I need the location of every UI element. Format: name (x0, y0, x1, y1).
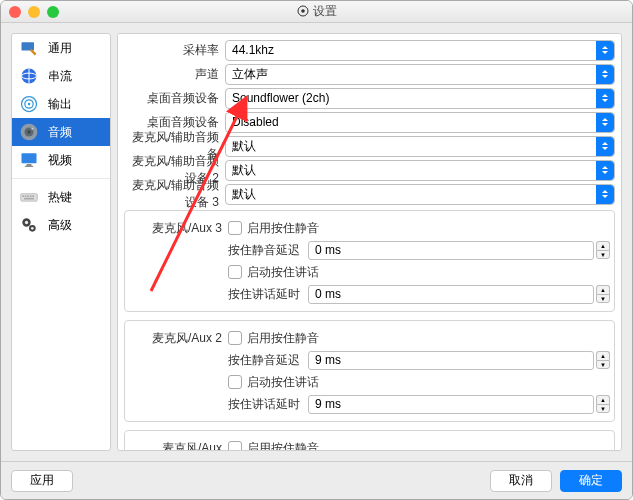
select-value: 默认 (232, 186, 256, 203)
svg-rect-12 (22, 153, 37, 163)
sidebar-item-label: 视频 (48, 152, 72, 169)
sidebar-item-1[interactable]: 串流 (12, 62, 110, 90)
sidebar-item-label: 通用 (48, 40, 72, 57)
cancel-button[interactable]: 取消 (490, 470, 552, 492)
chevron-updown-icon (596, 185, 614, 204)
chevron-updown-icon (596, 137, 614, 156)
field-label: 麦克风/辅助音频设备 3 (122, 177, 225, 211)
traffic-lights (1, 6, 59, 18)
group-1: 麦克风/Aux 2启用按住静音按住静音延迟▲▼启动按住讲话按住讲话延时▲▼ (124, 320, 615, 422)
ptm-1-checkbox[interactable] (228, 331, 242, 345)
group-2: 麦克风/Aux启用按住静音按住静音延迟▲▼启动按住讲话按住讲话延时▲▼ (124, 430, 615, 451)
ptm-0-label: 启用按住静音 (247, 220, 319, 237)
select-setting-4[interactable]: 默认 (225, 136, 615, 157)
chevron-down-icon: ▼ (596, 404, 610, 413)
sidebar-item-label: 高级 (48, 217, 72, 234)
ptt-delay-1-stepper: ▲▼ (308, 395, 610, 414)
ptt-0-label: 启动按住讲话 (247, 264, 319, 281)
ptm-delay-1-spin[interactable]: ▲▼ (596, 351, 610, 369)
ptm-delay-0-spin[interactable]: ▲▼ (596, 241, 610, 259)
ptt-delay-1-input[interactable] (308, 395, 594, 414)
svg-rect-21 (24, 198, 34, 200)
ptm-delay-0-stepper: ▲▼ (308, 241, 610, 260)
setting-2: 桌面音频设备Soundflower (2ch) (122, 86, 617, 110)
setting-0: 采样率44.1khz (122, 38, 617, 62)
svg-point-23 (25, 221, 28, 224)
setting-1: 声道立体声 (122, 62, 617, 86)
sidebar-item-6[interactable]: 高级 (12, 211, 110, 239)
svg-rect-19 (30, 195, 32, 197)
ptm-0-checkbox[interactable] (228, 221, 242, 235)
apply-button[interactable]: 应用 (11, 470, 73, 492)
ptm-delay-0-label: 按住静音延迟 (228, 242, 308, 259)
chevron-up-icon: ▲ (596, 351, 610, 360)
speaker-icon (18, 121, 40, 143)
sidebar-item-3[interactable]: 音频 (12, 118, 110, 146)
select-value: Soundflower (2ch) (232, 91, 329, 105)
group-title: 麦克风/Aux 3 (129, 220, 228, 237)
setting-6: 麦克风/辅助音频设备 3默认 (122, 182, 617, 206)
field-label: 桌面音频设备 (122, 114, 225, 131)
window-minimize-button[interactable] (28, 6, 40, 18)
chevron-down-icon: ▼ (596, 360, 610, 369)
group-0: 麦克风/Aux 3启用按住静音按住静音延迟▲▼启动按住讲话按住讲话延时▲▼ (124, 210, 615, 312)
settings-window: 设置 通用串流输出音频视频热键高级 采样率44.1khz声道立体声桌面音频设备S… (0, 0, 633, 500)
ok-button[interactable]: 确定 (560, 470, 622, 492)
svg-rect-18 (27, 195, 29, 197)
sidebar-item-2[interactable]: 输出 (12, 90, 110, 118)
chevron-up-icon: ▲ (596, 241, 610, 250)
monitor-icon (18, 149, 40, 171)
group-title: 麦克风/Aux (129, 440, 228, 452)
sidebar-item-5[interactable]: 热键 (12, 183, 110, 211)
chevron-down-icon: ▼ (596, 294, 610, 303)
select-setting-5[interactable]: 默认 (225, 160, 615, 181)
svg-point-25 (31, 227, 34, 230)
gears-icon (18, 214, 40, 236)
settings-icon (297, 5, 309, 17)
svg-point-11 (31, 128, 33, 130)
footer: 应用 取消 确定 (1, 461, 632, 499)
group-title: 麦克风/Aux 2 (129, 330, 228, 347)
chevron-updown-icon (596, 41, 614, 60)
ptt-0-checkbox[interactable] (228, 265, 242, 279)
ptt-delay-0-input[interactable] (308, 285, 594, 304)
ptm-delay-0-input[interactable] (308, 241, 594, 260)
select-setting-1[interactable]: 立体声 (225, 64, 615, 85)
window-close-button[interactable] (9, 6, 21, 18)
ptm-2-checkbox[interactable] (228, 441, 242, 451)
svg-rect-2 (22, 42, 35, 50)
ptt-delay-0-stepper: ▲▼ (308, 285, 610, 304)
sidebar-item-0[interactable]: 通用 (12, 34, 110, 62)
ptt-delay-0-spin[interactable]: ▲▼ (596, 285, 610, 303)
ptt-delay-0-label: 按住讲话延时 (228, 286, 308, 303)
sidebar-item-label: 音频 (48, 124, 72, 141)
globe-icon (18, 65, 40, 87)
select-value: Disabled (232, 115, 279, 129)
chevron-down-icon: ▼ (596, 250, 610, 259)
field-label: 桌面音频设备 (122, 90, 225, 107)
ptt-delay-1-spin[interactable]: ▲▼ (596, 395, 610, 413)
window-maximize-button[interactable] (47, 6, 59, 18)
main-panel[interactable]: 采样率44.1khz声道立体声桌面音频设备Soundflower (2ch)桌面… (117, 33, 622, 451)
keyboard-icon (18, 186, 40, 208)
ptm-1-label: 启用按住静音 (247, 330, 319, 347)
select-setting-0[interactable]: 44.1khz (225, 40, 615, 61)
chevron-updown-icon (596, 113, 614, 132)
ptt-1-label: 启动按住讲话 (247, 374, 319, 391)
select-setting-2[interactable]: Soundflower (2ch) (225, 88, 615, 109)
select-setting-3[interactable]: Disabled (225, 112, 615, 133)
svg-point-10 (27, 130, 30, 133)
svg-rect-13 (27, 164, 32, 166)
ptm-delay-1-input[interactable] (308, 351, 594, 370)
select-setting-6[interactable]: 默认 (225, 184, 615, 205)
chevron-updown-icon (596, 161, 614, 180)
chevron-up-icon: ▲ (596, 395, 610, 404)
sidebar-item-label: 热键 (48, 189, 72, 206)
window-body: 通用串流输出音频视频热键高级 采样率44.1khz声道立体声桌面音频设备Soun… (1, 23, 632, 461)
ptt-1-checkbox[interactable] (228, 375, 242, 389)
svg-point-0 (298, 6, 308, 16)
svg-rect-15 (21, 194, 38, 202)
sidebar-item-4[interactable]: 视频 (12, 146, 110, 174)
select-value: 默认 (232, 162, 256, 179)
svg-point-1 (301, 9, 305, 13)
